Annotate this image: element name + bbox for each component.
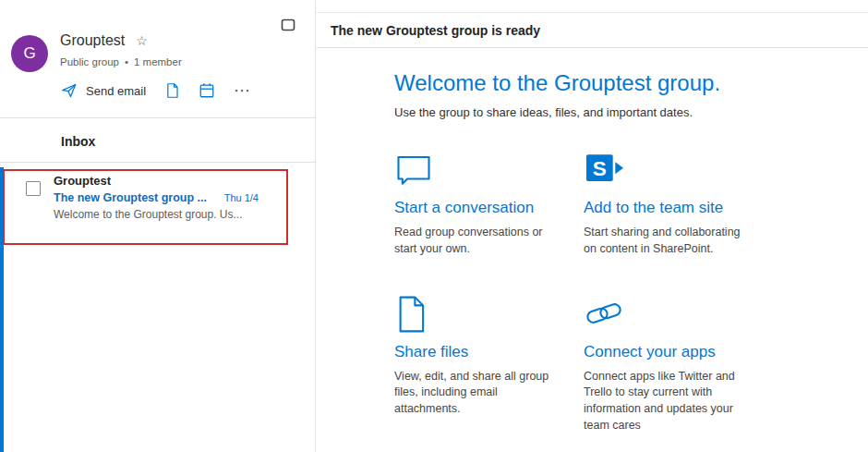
message-body: Welcome to the Grouptest group. Use the … (317, 48, 868, 434)
feature-link[interactable]: Add to the team site (584, 199, 814, 217)
member-count: 1 member (134, 56, 182, 67)
group-action-bar: Send email ⋯ (61, 79, 252, 102)
calendar-icon[interactable] (199, 82, 215, 99)
message-header: The new Grouptest group is ready (317, 12, 868, 48)
welcome-subtitle: Use the group to share ideas, files, and… (394, 105, 868, 119)
comment-icon (394, 151, 584, 191)
group-type-label: Public group (60, 56, 119, 67)
selection-indicator-bar (0, 167, 4, 452)
inbox-heading: Inbox (61, 134, 95, 149)
reading-pane: The new Grouptest group is ready Welcome… (317, 0, 868, 452)
feature-link[interactable]: Share files (394, 343, 584, 361)
more-options-button[interactable]: ⋯ (234, 86, 252, 95)
send-plane-icon (61, 82, 78, 99)
sharepoint-icon: S (584, 151, 814, 191)
feature-description: Connect apps like Twitter and Trello to … (584, 369, 750, 434)
group-sidebar: G Grouptest ☆ Public group • 1 member Se… (0, 0, 316, 452)
bullet-separator: • (125, 56, 128, 67)
feature-link[interactable]: Start a conversation (394, 199, 584, 217)
email-date: Thu 1/4 (224, 192, 259, 203)
feature-share-files: Share files View, edit, and share all gr… (394, 295, 584, 434)
email-sender: Grouptest (54, 173, 259, 189)
feature-description: Start sharing and collaborating on conte… (584, 225, 750, 258)
outlook-group-window: G Grouptest ☆ Public group • 1 member Se… (0, 0, 868, 452)
send-email-label: Send email (86, 84, 146, 98)
feature-description: View, edit, and share all group files, i… (394, 369, 561, 418)
divider (0, 162, 315, 163)
group-avatar[interactable]: G (11, 35, 48, 72)
group-name-row: Grouptest ☆ (60, 32, 148, 49)
welcome-title: Welcome to the Grouptest group. (394, 70, 868, 96)
divider (0, 117, 315, 118)
feature-grid: Start a conversation Read group conversa… (394, 151, 868, 434)
email-checkbox[interactable] (26, 181, 41, 196)
feature-team-site: S Add to the team site Start sharing and… (584, 151, 814, 258)
svg-text:S: S (593, 157, 607, 180)
message-subject: The new Grouptest group is ready (331, 23, 540, 38)
group-meta: Public group • 1 member (60, 56, 182, 67)
avatar-letter: G (23, 44, 35, 63)
group-name: Grouptest (60, 32, 125, 49)
feature-connect-apps: Connect your apps Connect apps like Twit… (584, 295, 814, 434)
file-icon (394, 295, 584, 336)
feature-link[interactable]: Connect your apps (584, 343, 814, 361)
files-icon[interactable] (164, 82, 180, 99)
email-subject: The new Grouptest group ... (54, 191, 207, 204)
favorite-star-icon[interactable]: ☆ (136, 33, 148, 48)
link-icon (584, 295, 814, 336)
feature-start-conversation: Start a conversation Read group conversa… (394, 151, 584, 258)
email-summary: Grouptest The new Grouptest group ... Th… (54, 173, 259, 221)
open-in-new-window-icon[interactable] (281, 18, 296, 36)
email-list-item[interactable]: Grouptest The new Grouptest group ... Th… (0, 167, 295, 246)
send-email-button[interactable]: Send email (61, 82, 146, 99)
feature-description: Read group conversations or start your o… (394, 225, 561, 258)
email-preview: Welcome to the Grouptest group. Us... (54, 208, 259, 221)
